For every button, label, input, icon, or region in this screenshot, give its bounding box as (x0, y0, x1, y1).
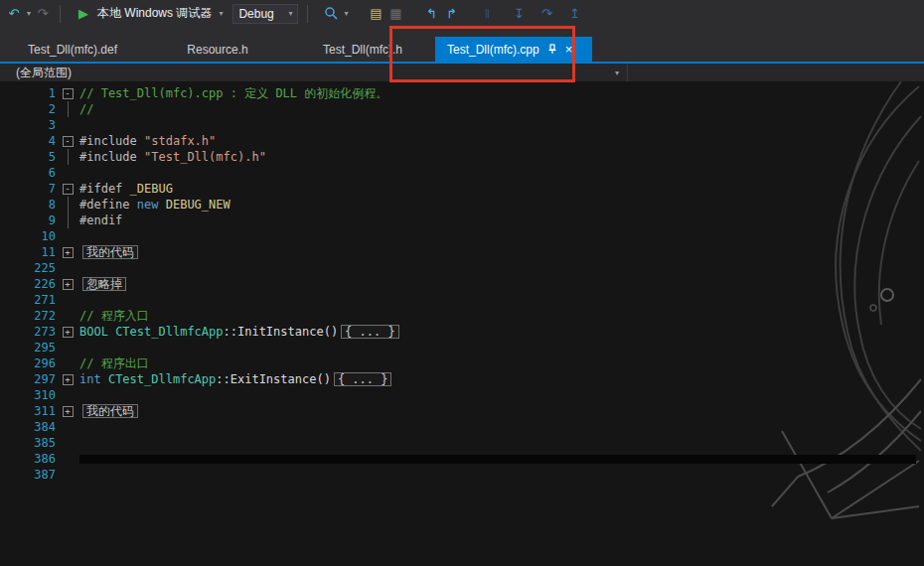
code-line[interactable]: 385 (0, 435, 924, 451)
code-line[interactable]: 6 (0, 165, 924, 181)
code-text: // 程序出口 (79, 355, 149, 371)
line-number: 8 (0, 197, 56, 212)
code-line[interactable]: 7-#ifdef _DEBUG (0, 181, 924, 197)
fold-toggle-icon[interactable]: - (56, 181, 79, 197)
collapsed-region-box[interactable]: { ... } (341, 325, 399, 339)
code-token: // 程序入口 (79, 309, 149, 323)
navigate-backward-icon[interactable]: ↶ (6, 4, 22, 24)
step-over-icon[interactable]: ↷ (539, 4, 554, 24)
fold-gutter (56, 101, 79, 117)
code-line[interactable]: 295 (0, 340, 924, 355)
search-icon[interactable] (323, 4, 339, 24)
collapse-icon: - (63, 88, 74, 99)
expand-icon: + (63, 374, 74, 385)
collapsed-region-box[interactable]: 忽略掉 (82, 277, 126, 291)
code-line[interactable]: 2// (0, 101, 924, 117)
fold-toggle-icon[interactable]: + (56, 244, 79, 260)
tab-test-dll-def[interactable]: Test_Dll(mfc).def (0, 37, 145, 62)
code-token: "stdafx.h" (144, 134, 216, 148)
line-number: 10 (0, 228, 56, 244)
navigate-backward-caret-icon[interactable]: ▾ (27, 9, 31, 18)
code-line[interactable]: 384 (0, 419, 924, 435)
code-token: #include (79, 134, 144, 148)
tab-test-dll-h[interactable]: Test_Dll(mfc).h (290, 37, 435, 62)
code-token: DEBUG_NEW (166, 198, 231, 212)
line-number: 310 (0, 387, 56, 403)
code-lines: 1-// Test_Dll(mfc).cpp : 定义 DLL 的初始化例程。2… (0, 85, 924, 483)
code-text: 我的代码 (79, 244, 138, 260)
code-line[interactable]: 1-// Test_Dll(mfc).cpp : 定义 DLL 的初始化例程。 (0, 85, 924, 101)
code-line[interactable]: 3 (0, 117, 924, 133)
collapsed-region-box[interactable]: 我的代码 (82, 404, 138, 418)
debug-target-caret-icon[interactable]: ▾ (219, 9, 223, 18)
pin-icon[interactable] (547, 44, 557, 55)
fold-toggle-icon[interactable]: - (56, 85, 79, 101)
tab-label: Test_Dll(mfc).h (323, 43, 402, 57)
fold-toggle-icon[interactable]: + (56, 324, 79, 340)
line-number: 295 (0, 340, 56, 355)
fold-gutter (56, 117, 79, 133)
fold-toggle-icon[interactable]: - (56, 133, 79, 149)
start-debugging-button[interactable]: ▶ 本地 Windows 调试器 ▾ (70, 2, 229, 26)
code-line[interactable]: 9#endif (0, 212, 924, 228)
expand-icon: + (63, 279, 74, 290)
code-line[interactable]: 11+我的代码 (0, 244, 924, 260)
tab-resource-h[interactable]: Resource.h (145, 37, 290, 62)
code-line[interactable]: 5#include "Test_Dll(mfc).h" (0, 149, 924, 165)
code-text (79, 451, 916, 467)
code-line[interactable]: 272// 程序入口 (0, 308, 924, 324)
code-line[interactable]: 226+忽略掉 (0, 276, 924, 292)
tab-label: Resource.h (187, 43, 247, 57)
fold-scope-line (68, 212, 69, 228)
toolbar-separator (307, 5, 308, 23)
close-icon[interactable]: × (565, 44, 573, 56)
code-line[interactable]: 271 (0, 292, 924, 308)
fold-toggle-icon[interactable]: + (56, 371, 79, 387)
step-out-icon[interactable]: ↥ (566, 4, 582, 24)
code-token: // 程序出口 (79, 356, 149, 370)
code-text: #include "stdafx.h" (79, 133, 216, 149)
solution-configuration-select[interactable]: Debug ▾ (232, 4, 298, 24)
scope-select[interactable]: (全局范围) ▾ (0, 64, 628, 81)
code-line[interactable]: 10 (0, 228, 924, 244)
code-line[interactable]: 225 (0, 260, 924, 276)
search-caret-icon[interactable]: ▾ (344, 9, 348, 18)
step-into-icon[interactable]: ↧ (511, 4, 527, 24)
code-line[interactable]: 273+BOOL CTest_DllmfcApp::InitInstance()… (0, 324, 924, 340)
fold-toggle-icon[interactable]: + (56, 276, 79, 292)
code-token (101, 372, 108, 386)
show-output-icon[interactable]: ▤ (368, 4, 384, 24)
breakpoint-new-icon[interactable]: ↰ (423, 4, 439, 24)
line-number: 6 (0, 165, 56, 181)
navigate-forward-icon[interactable]: ↷ (35, 4, 51, 24)
fold-gutter (56, 149, 79, 165)
break-all-icon[interactable]: ‖ (479, 4, 495, 24)
code-text: #define new DEBUG_NEW (79, 197, 231, 212)
magnifier-glyph (324, 6, 339, 21)
collapsed-region-box[interactable]: { ... } (334, 372, 392, 386)
code-text: #endif (79, 212, 122, 228)
fold-gutter (56, 355, 79, 371)
code-editor[interactable]: 1-// Test_Dll(mfc).cpp : 定义 DLL 的初始化例程。2… (0, 81, 924, 566)
chevron-down-icon: ▾ (615, 69, 619, 77)
collapsed-region-box[interactable]: 我的代码 (82, 245, 138, 259)
code-line[interactable]: 4-#include "stdafx.h" (0, 133, 924, 149)
code-line[interactable]: 387 (0, 467, 924, 483)
breakpoint-toggle-icon[interactable]: ↱ (443, 4, 459, 24)
line-number: 387 (0, 467, 56, 483)
code-line[interactable]: 8#define new DEBUG_NEW (0, 197, 924, 212)
code-token: #include (79, 150, 144, 164)
code-line[interactable]: 297+int CTest_DllmfcApp::ExitInstance(){… (0, 371, 924, 387)
line-number: 225 (0, 260, 56, 276)
fold-gutter (56, 292, 79, 308)
code-line[interactable]: 296// 程序出口 (0, 355, 924, 371)
tab-test-dll-cpp[interactable]: Test_Dll(mfc).cpp × (435, 37, 592, 62)
show-error-list-icon[interactable]: ▦ (387, 4, 403, 24)
line-number: 4 (0, 133, 56, 149)
fold-gutter (56, 340, 79, 355)
code-line[interactable]: 310 (0, 387, 924, 403)
code-line[interactable]: 311+我的代码 (0, 403, 924, 419)
toolbar-separator (60, 5, 61, 23)
code-line[interactable]: 386 (0, 451, 924, 467)
fold-toggle-icon[interactable]: + (56, 403, 79, 419)
